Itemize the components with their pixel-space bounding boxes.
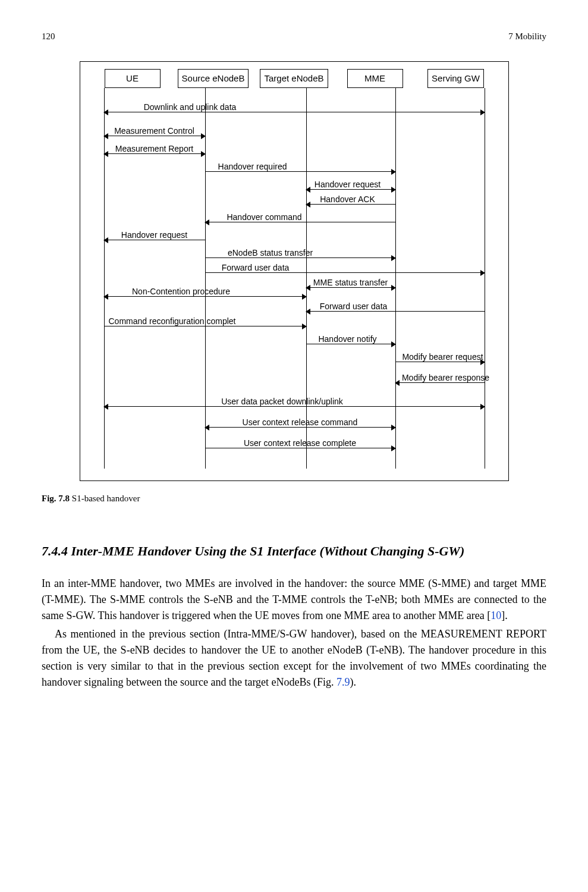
message-label: Command reconfiguration complet: [109, 315, 236, 328]
message-label: Forward user data: [320, 300, 388, 313]
figure-label: Fig. 7.8: [42, 494, 70, 503]
figure-caption-text: S1-based handover: [70, 494, 140, 503]
message-label: Forward user data: [222, 262, 290, 274]
lifeline: [395, 88, 396, 469]
paragraph-1: In an inter-MME handover, two MMEs are i…: [42, 576, 546, 624]
citation-link-10[interactable]: 10: [490, 610, 501, 621]
actor-box: Source eNodeB: [178, 69, 249, 89]
message-label: MME status transfer: [313, 277, 388, 289]
lifeline: [205, 88, 206, 469]
figure-caption: Fig. 7.8 S1-based handover: [42, 492, 546, 505]
paragraph-2: As mentioned in the previous section (In…: [42, 626, 546, 690]
message-label: Measurement Report: [115, 143, 194, 155]
actor-box: Serving GW: [427, 69, 484, 89]
figure-link-7-9[interactable]: 7.9: [337, 676, 350, 688]
message-label: Handover ACK: [320, 193, 375, 206]
message-label: Modify bearer response: [402, 372, 489, 384]
message-label: Handover request: [121, 229, 187, 241]
page-number: 120: [42, 30, 55, 43]
message-label: Non-Contention procedure: [132, 285, 230, 298]
actor-box: UE: [105, 69, 161, 89]
section-heading: 7.4.4 Inter-MME Handover Using the S1 In…: [42, 541, 546, 561]
message-label: User context release complete: [244, 437, 356, 450]
actor-box: Target eNodeB: [260, 69, 328, 89]
message-label: Modify bearer request: [402, 351, 483, 363]
message-label: Handover required: [218, 161, 287, 173]
lifeline: [306, 88, 307, 469]
message-label: Measurement Control: [114, 125, 194, 137]
lifeline: [485, 88, 485, 469]
message-label: User data packet downlink/uplink: [221, 395, 343, 408]
chapter-title: 7 Mobility: [508, 30, 546, 43]
message-label: Handover command: [227, 211, 301, 224]
figure-7-8: UESource eNodeBTarget eNodeBMMEServing G…: [42, 61, 546, 505]
page-header: 120 7 Mobility: [42, 30, 546, 43]
message-label: Handover notify: [318, 333, 376, 346]
message-label: Downlink and uplink data: [144, 101, 237, 114]
message-label: eNodeB status transfer: [228, 247, 313, 259]
message-label: Handover request: [315, 178, 381, 191]
actor-box: MME: [347, 69, 403, 89]
lifeline: [104, 88, 105, 469]
sequence-diagram: UESource eNodeBTarget eNodeBMMEServing G…: [80, 61, 509, 482]
message-label: User context release command: [243, 416, 358, 429]
